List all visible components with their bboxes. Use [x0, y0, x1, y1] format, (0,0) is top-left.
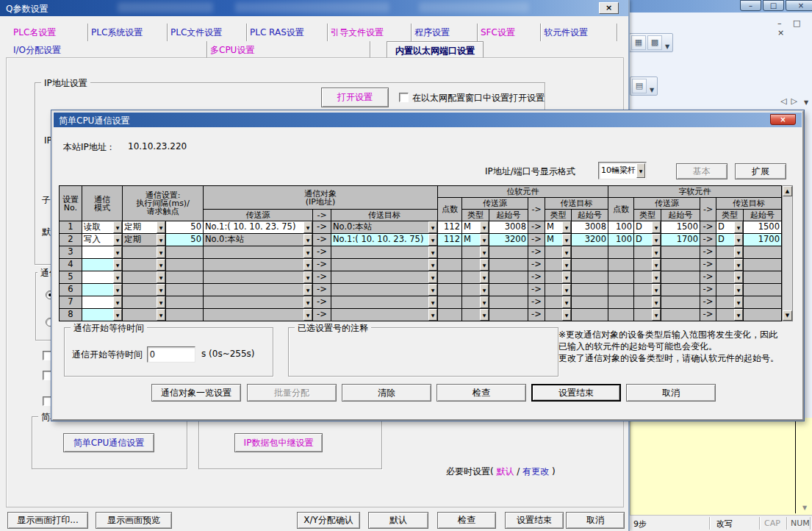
cell-bit-3-row3[interactable]: ▼: [545, 246, 571, 258]
basic-button[interactable]: 基本: [676, 163, 727, 179]
chevron-down-icon[interactable]: ▼: [734, 246, 743, 258]
cell-mode-row7[interactable]: ▼: [82, 296, 122, 308]
cell-word-4-row7[interactable]: [744, 296, 781, 308]
cell-word-0-row3[interactable]: [608, 246, 633, 258]
cell-interval-row2[interactable]: 50: [166, 234, 203, 246]
cell-word-4-row5[interactable]: [744, 271, 781, 283]
cell-word-2-row7[interactable]: [661, 296, 700, 308]
chevron-down-icon[interactable]: ▼: [652, 259, 661, 271]
cell-bit-4-row4[interactable]: [572, 259, 608, 271]
chevron-down-icon[interactable]: ▼: [113, 234, 122, 246]
chevron-down-icon[interactable]: ▼: [562, 234, 571, 246]
chevron-down-icon[interactable]: ▼: [562, 284, 571, 296]
device-icon[interactable]: ▤: [632, 79, 647, 93]
cell-word-3-row3[interactable]: ▼: [716, 246, 743, 258]
bottom-button-取消[interactable]: 取消: [566, 512, 625, 529]
cell-dst-row3[interactable]: ▼: [331, 246, 437, 258]
chevron-down-icon[interactable]: ▼: [113, 271, 122, 283]
chevron-down-icon[interactable]: ▼: [652, 296, 661, 308]
chevron-down-icon[interactable]: ▼: [480, 296, 489, 308]
tab-I/O分配设置[interactable]: I/O分配设置: [10, 41, 207, 57]
cell-src-row1[interactable]: No.1:( 10. 10. 23. 75)▼: [204, 221, 312, 233]
format-select[interactable]: 10輛粱杆 ▼: [598, 162, 647, 179]
cell-mode-row2[interactable]: 写入▼: [82, 234, 122, 246]
bottom-button-设置结束[interactable]: 设置结束: [505, 512, 564, 529]
cell-interval-row8[interactable]: [166, 309, 203, 321]
cell-word-3-row4[interactable]: ▼: [716, 259, 743, 271]
cell-dst-row6[interactable]: ▼: [331, 284, 437, 296]
chevron-down-icon[interactable]: ▼: [562, 259, 571, 271]
cell-word-1-row7[interactable]: ▼: [634, 296, 661, 308]
cell-bit-4-row3[interactable]: [572, 246, 608, 258]
tab-nav-arrows[interactable]: ◁▷: [780, 96, 802, 106]
app-maximize-button[interactable]: □: [763, 0, 784, 11]
chevron-down-icon[interactable]: ▼: [480, 246, 489, 258]
cell-word-1-row8[interactable]: ▼: [634, 309, 661, 321]
ethernet-config-checkbox[interactable]: [399, 93, 409, 102]
chevron-down-icon[interactable]: ▼: [562, 221, 571, 233]
scroll-down-icon[interactable]: ▼: [783, 310, 792, 321]
cell-interval-row1[interactable]: 50: [166, 221, 203, 233]
cell-bit-3-row6[interactable]: ▼: [545, 284, 571, 296]
cell-word-2-row1[interactable]: 1500: [661, 221, 700, 233]
chevron-down-icon[interactable]: ▼: [303, 284, 312, 296]
chevron-down-icon[interactable]: ▼: [480, 309, 489, 321]
window-icon[interactable]: ▦: [631, 35, 646, 50]
chevron-down-icon[interactable]: ▼: [303, 271, 312, 283]
bottom-button-X/Y分配确认[interactable]: X/Y分配确认: [297, 512, 360, 529]
open-settings-button[interactable]: 打开设置: [321, 88, 389, 107]
chevron-down-icon[interactable]: ▼: [428, 221, 437, 233]
chevron-down-icon[interactable]: ▼: [428, 309, 437, 321]
chevron-down-icon[interactable]: ▼: [480, 259, 489, 271]
tab-PLC RAS设置[interactable]: PLC RAS设置: [247, 24, 328, 41]
chevron-down-icon[interactable]: ▼: [652, 221, 661, 233]
chevron-down-icon[interactable]: ▼: [480, 221, 489, 233]
cell-word-2-row8[interactable]: [661, 309, 700, 321]
chevron-down-icon[interactable]: ▼: [303, 234, 312, 246]
cell-timing-row8[interactable]: ▼: [123, 309, 165, 321]
dialog-button-取消[interactable]: 取消: [626, 384, 716, 402]
cell-src-row7[interactable]: ▼: [204, 296, 312, 308]
cell-word-3-row7[interactable]: ▼: [716, 296, 743, 308]
cell-timing-row4[interactable]: ▼: [123, 259, 165, 271]
cell-word-1-row3[interactable]: ▼: [634, 246, 661, 258]
chevron-down-icon[interactable]: ▼: [562, 246, 571, 258]
cell-bit-1-row8[interactable]: ▼: [462, 309, 489, 321]
cell-word-1-row1[interactable]: D▼: [634, 221, 661, 233]
dialog-button-批量分配[interactable]: 批量分配: [247, 384, 337, 402]
chevron-down-icon[interactable]: ▼: [734, 234, 743, 246]
chevron-down-icon[interactable]: ▼: [113, 221, 122, 233]
chevron-down-icon[interactable]: ▼: [157, 309, 165, 321]
tab-引导文件设置[interactable]: 引导文件设置: [328, 24, 412, 41]
chevron-down-icon[interactable]: ▼: [157, 296, 165, 308]
chevron-down-icon[interactable]: ▼: [113, 284, 122, 296]
bottom-button-显示画面打印...[interactable]: 显示画面打印...: [7, 512, 88, 529]
dialog-button-检查[interactable]: 检查: [436, 384, 526, 402]
cell-word-1-row5[interactable]: ▼: [634, 271, 661, 283]
cell-dst-row2[interactable]: No.1:( 10. 10. 23. 75)▼: [331, 234, 437, 246]
tab-内置以太网端口设置[interactable]: 内置以太网端口设置: [387, 41, 484, 57]
cell-interval-row6[interactable]: [166, 284, 203, 296]
chevron-down-icon[interactable]: ▼: [428, 246, 437, 258]
chevron-down-icon[interactable]: ▼: [303, 309, 312, 321]
dialog-button-通信对象一览设置[interactable]: 通信对象一览设置: [151, 384, 241, 402]
chevron-down-icon[interactable]: ▼: [734, 221, 743, 233]
cell-bit-3-row7[interactable]: ▼: [545, 296, 571, 308]
bottom-button-默认[interactable]: 默认: [368, 512, 428, 529]
chevron-down-icon[interactable]: ▼: [113, 259, 122, 271]
dialog-button-设置结束[interactable]: 设置结束: [531, 384, 621, 402]
chevron-down-icon[interactable]: ▼: [562, 296, 571, 308]
chevron-down-icon[interactable]: ▼: [652, 234, 661, 246]
nav-more-icon[interactable]: ▼: [804, 99, 808, 106]
chevron-down-icon[interactable]: ▼: [157, 259, 165, 271]
cell-word-0-row8[interactable]: [608, 309, 633, 321]
chevron-down-icon[interactable]: ▼: [113, 246, 122, 258]
cell-bit-2-row2[interactable]: 3200: [489, 234, 528, 246]
cell-bit-2-row7[interactable]: [489, 296, 528, 308]
chevron-down-icon[interactable]: ▼: [734, 284, 743, 296]
cell-mode-row5[interactable]: ▼: [82, 271, 122, 283]
q-parameter-titlebar[interactable]: Q参数设置 ×: [0, 0, 628, 16]
cell-dst-row8[interactable]: ▼: [331, 309, 437, 321]
tab-程序设置[interactable]: 程序设置: [412, 24, 478, 41]
chevron-down-icon[interactable]: ▼: [157, 234, 165, 246]
